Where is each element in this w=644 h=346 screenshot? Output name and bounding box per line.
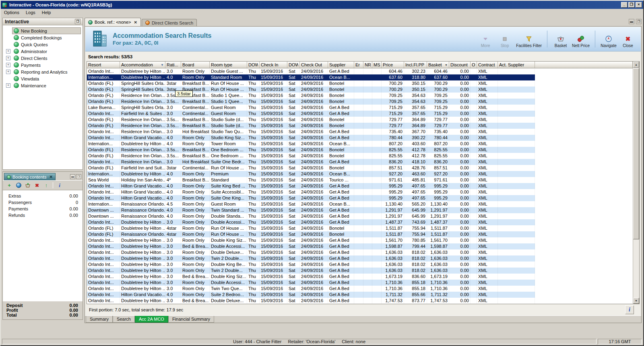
booking-panel-minimize-button[interactable]: ▬ — [70, 174, 75, 179]
maximize-button[interactable]: ❐ — [628, 2, 635, 8]
tab-summary[interactable]: Summary — [86, 316, 113, 323]
result-row[interactable]: Orlando (FL)SpringHill Suites Orla...3st… — [87, 80, 535, 86]
result-row[interactable]: Orlando Int...Hilton Grand Vacatio...4.0… — [87, 135, 535, 141]
result-row[interactable]: Orlando (FL)Residence Inn Orlan...3.5s..… — [87, 93, 535, 99]
column-header-supplier[interactable]: Supplier — [328, 62, 354, 68]
result-row[interactable]: Orlando Int...Doubletree by Hilton ...3.… — [87, 298, 535, 304]
sidebar-item-maintenance[interactable]: +Maintenance — [3, 82, 83, 89]
result-row[interactable]: Internation...Doubletree by Hilton ...4.… — [87, 171, 535, 177]
result-row[interactable]: Orlando Int...Doubletree by Hilton ...3.… — [87, 262, 535, 268]
panel-restore-button[interactable]: ❐ — [636, 19, 642, 24]
sidebar-item-viewdata[interactable]: Viewdata — [3, 75, 83, 82]
navigate-button[interactable]: Navigate — [601, 30, 617, 48]
column-header-board[interactable]: Board — [181, 62, 210, 68]
sidebar-item-direct-clients[interactable]: +Direct Clients — [3, 55, 83, 62]
panel-collapse-button[interactable]: ❐ — [75, 19, 80, 24]
delete-item-icon[interactable]: ✖ — [34, 183, 40, 188]
sidebar-item-completed-bookings[interactable]: Completed Bookings — [3, 34, 83, 41]
tab-search[interactable]: Search — [113, 316, 135, 323]
column-header-price[interactable]: Price — [382, 62, 404, 68]
column-header-ms[interactable]: MS — [372, 62, 382, 68]
result-row[interactable]: Orlando Int...Doubletree by Hilton ...3.… — [87, 280, 535, 286]
column-header-dow[interactable]: DOW — [247, 62, 260, 68]
sidebar-item-new-booking[interactable]: New Booking — [3, 27, 83, 34]
result-row[interactable]: Orlando Int...Doubletree by Hilton ...3.… — [87, 286, 535, 292]
booking-tab-close-icon[interactable]: ✕ — [49, 175, 52, 179]
result-row[interactable]: Orlando Int...Residence Inn Orlan...3.0H… — [87, 159, 535, 165]
tab-close-icon[interactable]: ✕ — [134, 20, 137, 25]
scroll-down-icon[interactable]: ▼ — [633, 298, 639, 304]
column-header-check-out[interactable]: Check Out — [300, 62, 328, 68]
basket-add-icon[interactable] — [25, 183, 31, 188]
vertical-scrollbar[interactable]: ▲ ▼ — [633, 62, 639, 304]
expand-icon[interactable]: + — [6, 49, 10, 54]
result-row[interactable]: Orlando Int...Doubletree by Hilton ...3.… — [87, 68, 535, 74]
result-row[interactable]: Orlando Int...Doubletree by Hilton ...3.… — [87, 255, 535, 262]
result-row[interactable]: Orlando (FL)SpringHill Suites Orla...3st… — [87, 86, 535, 93]
result-row[interactable]: Internation...Doubletree by Hilton ...4.… — [87, 74, 535, 80]
result-row[interactable]: Orlando Int...Hilton Grand Vacatio...4.0… — [87, 292, 535, 298]
booking-panel-restore-button[interactable]: ❐ — [76, 174, 81, 179]
basket-button[interactable]: Basket — [553, 30, 569, 48]
result-row[interactable]: Orlando (FL)Residence Inn Orlan...3.5s..… — [87, 123, 535, 129]
column-header-room-type[interactable]: Room type — [210, 62, 247, 68]
booking-contents-row[interactable]: Passengers0 — [3, 199, 83, 206]
result-row[interactable]: Sea WorldHoliday Inn San Anto...4*Breakf… — [87, 177, 535, 183]
nett-price-button[interactable]: Nett Price — [572, 30, 590, 48]
result-row[interactable]: Orlando (FL)Renaissance Orlando...4starR… — [87, 231, 535, 237]
minimize-button[interactable]: _ — [621, 2, 627, 8]
result-row[interactable]: Orlando Int...Doubletree by Hilton ...3.… — [87, 274, 535, 280]
result-row[interactable]: Downtown ...Renaissance Orlando...4.0Roo… — [87, 213, 535, 219]
globe-icon[interactable] — [16, 183, 21, 188]
move-up-icon[interactable]: ↑ — [43, 183, 49, 188]
result-row[interactable]: Orlando Int...Hilton Grand Vacatio...4.0… — [87, 189, 535, 195]
result-row[interactable]: Orlando Int...Doubletree by Hilton ...3.… — [87, 219, 535, 225]
booking-contents-tab[interactable]: Booking contents ✕ — [4, 173, 56, 180]
result-row[interactable]: Orlando (FL)Residence Inn Orlan...3.5s..… — [87, 117, 535, 123]
booking-contents-row[interactable]: Refunds0.00 — [3, 212, 83, 218]
tab-direct-clients-search[interactable]: Direct Clients Search — [142, 19, 197, 26]
scroll-up-icon[interactable]: ▲ — [633, 62, 639, 68]
column-header-incl-fl-pp[interactable]: Incl.Fl.PP — [404, 62, 427, 68]
column-header-accommodation[interactable]: Accommodation▼ — [120, 62, 165, 68]
tab-acc-2a-mco[interactable]: Acc 2A MCO — [135, 316, 168, 323]
column-header-dow[interactable]: DOW — [287, 62, 300, 68]
menu-help[interactable]: Help — [39, 9, 54, 16]
column-header-nr[interactable]: NR — [363, 62, 372, 68]
result-row[interactable]: Orlando Int...Doubletree by Hilton ...3.… — [87, 249, 535, 255]
tab-financial-summary[interactable]: Financial Summary — [168, 316, 214, 323]
column-header-rati[interactable]: Rati... — [165, 62, 181, 68]
result-row[interactable]: Orlando (FL)Residence Inn Orlan...3.5s..… — [87, 147, 535, 153]
sidebar-item-reporting-and-analytics[interactable]: +Reporting and Analytics — [3, 68, 83, 75]
close-results-button[interactable]: ✖ Close — [620, 30, 636, 48]
expand-icon[interactable]: + — [6, 56, 10, 60]
scrollbar-thumb[interactable] — [633, 68, 639, 239]
column-header-check-in[interactable]: Check In — [260, 62, 287, 68]
result-row[interactable]: Orlando Int...Doubletree by Hilton ...3.… — [87, 237, 535, 243]
result-row[interactable]: Orlando (FL)Fairfield Inn and Suit...3st… — [87, 165, 535, 171]
panel-minimize-button[interactable]: ▬ — [629, 19, 634, 24]
sidebar-item-payments[interactable]: +Payments — [3, 62, 83, 68]
menu-options[interactable]: Options — [1, 9, 23, 16]
info-icon[interactable]: i — [57, 183, 62, 188]
result-row[interactable]: Downtown ...Renaissance Orlando...4.0Roo… — [87, 207, 535, 213]
expand-icon[interactable]: + — [6, 83, 10, 88]
expand-icon[interactable]: + — [6, 70, 10, 74]
filter-icon[interactable]: ▼ — [161, 63, 164, 67]
result-row[interactable]: Orlando (FL)Doubletree by Hilton ...4sta… — [87, 225, 535, 231]
expand-icon[interactable]: + — [6, 63, 10, 67]
result-row[interactable]: Internation...Renaissance Orlando...4.5R… — [87, 201, 535, 207]
result-row[interactable]: Orlando (FL)Residence Inn Orlan...3.5s..… — [87, 99, 535, 105]
close-button[interactable]: × — [636, 2, 642, 8]
menu-logs[interactable]: Logs — [23, 9, 39, 16]
result-row[interactable]: Orlando Int...Doubletree by Hilton ...3.… — [87, 268, 535, 274]
result-row[interactable]: Orlando Int...Residence Inn Orlan...3.0H… — [87, 129, 535, 135]
column-header-contract[interactable]: Contract — [477, 62, 498, 68]
column-header-resort[interactable]: Resort — [87, 62, 120, 68]
booking-contents-row[interactable]: Payments0.00 — [3, 206, 83, 212]
sidebar-item-administrator[interactable]: +Administrator — [3, 48, 83, 55]
result-row[interactable]: Orlando (FL)Residence Inn Orlan...3.5s..… — [87, 153, 535, 159]
add-item-icon[interactable]: + — [6, 183, 12, 188]
result-row[interactable]: Orlando Int...Hilton Grand Vacatio...4.0… — [87, 183, 535, 189]
column-header-act-supplier[interactable]: Act. Supplier — [498, 62, 535, 68]
